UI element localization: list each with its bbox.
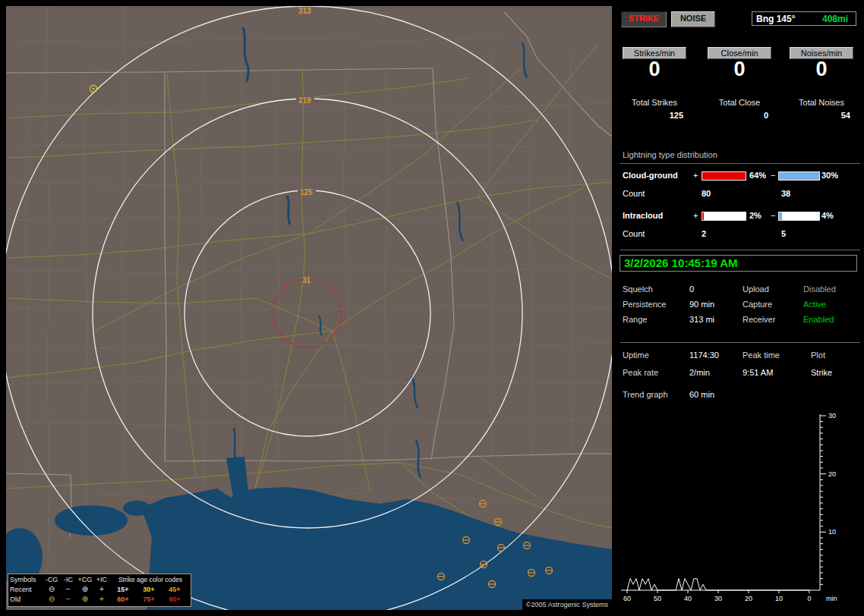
- legend-old-label: Old: [10, 595, 43, 605]
- cg-negative-count: 38: [781, 188, 790, 199]
- trend-graph-value: 60 min: [689, 389, 714, 400]
- noises-counter-column: Noises/min 0 Total Noises 54: [790, 47, 853, 121]
- legend-header-row: Symbols -CG -IC +CG +IC Strike age color…: [10, 575, 191, 585]
- plot-label: Plot: [811, 350, 825, 360]
- bearing-readout: Bng 145° 408mi: [752, 11, 856, 26]
- total-close-label: Total Close: [708, 97, 771, 108]
- svg-text:0: 0: [807, 595, 811, 602]
- peak-rate-label: Peak rate: [623, 367, 658, 378]
- persistence-value: 90 min: [689, 299, 714, 310]
- peak-time-label: Peak time: [743, 350, 780, 360]
- cg-positive-bar: [702, 171, 746, 181]
- squelch-label: Squelch: [623, 284, 653, 294]
- range-label-219: 219: [298, 96, 311, 105]
- minus-sign: −: [771, 170, 775, 181]
- cg-positive-pct: 64%: [749, 170, 766, 181]
- age-75: 75+: [136, 595, 162, 605]
- divider: [620, 163, 860, 164]
- divider: [620, 250, 860, 250]
- age-60: 60+: [110, 595, 136, 605]
- legend-col-neg-ic: -IC: [60, 575, 77, 585]
- legend-old-row: Old ⊖ − ⊕ + 60+ 75+ 90+: [10, 595, 191, 605]
- svg-text:min: min: [826, 595, 837, 602]
- total-close-value: 0: [708, 110, 771, 121]
- receiver-status: Enabled: [803, 314, 834, 325]
- age-15: 15+: [110, 585, 136, 595]
- neg-ic-icon: −: [60, 585, 77, 595]
- svg-text:60: 60: [623, 595, 631, 602]
- ic-negative-bar: [778, 212, 820, 221]
- cg-negative-pct: 30%: [821, 170, 838, 181]
- upload-label: Upload: [743, 284, 769, 294]
- squelch-value: 0: [689, 284, 694, 294]
- svg-text:20: 20: [745, 595, 752, 602]
- svg-text:30: 30: [714, 595, 722, 602]
- map-canvas: 313 219 125 31: [6, 6, 612, 610]
- map-legend: Symbols -CG -IC +CG +IC Strike age color…: [8, 574, 191, 607]
- strikes-per-min-value: 0: [623, 64, 686, 88]
- divider: [620, 342, 860, 343]
- ic-positive-bar: [702, 212, 746, 221]
- bearing-value: Bng 145°: [756, 14, 795, 24]
- close-counter-column: Close/min 0 Total Close 0: [708, 47, 771, 121]
- copyright-notice: ©2005 Astrogenic Systems: [522, 599, 612, 610]
- capture-status: Active: [803, 299, 826, 310]
- pos-ic-icon: +: [93, 585, 110, 595]
- strike-toggle-button[interactable]: STRIKE: [621, 11, 667, 27]
- ic-count-label: Count: [623, 228, 645, 239]
- distribution-title: Lightning type distribution: [623, 149, 717, 160]
- cg-negative-bar: [778, 171, 820, 181]
- ic-negative-fill: [779, 212, 782, 220]
- pos-cg-icon: ⊕: [77, 585, 93, 595]
- capture-label: Capture: [743, 299, 772, 310]
- neg-ic-old-icon: −: [60, 595, 77, 605]
- minus-sign: −: [771, 210, 775, 221]
- total-noises-value: 54: [790, 110, 853, 121]
- strike-trend-chart: 1020306050403020100min: [616, 407, 864, 613]
- noise-toggle-button[interactable]: NOISE: [671, 11, 715, 27]
- total-strikes-value: 125: [623, 110, 686, 121]
- svg-text:10: 10: [828, 528, 836, 536]
- legend-recent-row: Recent ⊖ − ⊕ + 15+ 30+ 45+: [10, 585, 191, 595]
- legend-age-header: Strike age color codes: [110, 575, 191, 585]
- pos-cg-old-icon: ⊕: [77, 595, 93, 605]
- lightning-app-window: 313 219 125 31 Symbols -CG -IC +CG +IC S…: [0, 0, 864, 616]
- ic-positive-count: 2: [702, 228, 706, 239]
- uptime-label: Uptime: [623, 350, 649, 360]
- svg-text:50: 50: [654, 595, 661, 602]
- status-panel: STRIKE NOISE Bng 145° 408mi Strikes/min …: [616, 0, 864, 616]
- range-value: 313 mi: [689, 314, 714, 325]
- cg-negative-fill: [779, 172, 819, 180]
- peak-rate-value: 2/min: [689, 367, 710, 378]
- neg-cg-icon: ⊖: [43, 585, 60, 595]
- noises-per-min-value: 0: [790, 64, 853, 88]
- age-30: 30+: [136, 585, 162, 595]
- cloud-ground-label: Cloud-ground: [623, 170, 678, 181]
- ic-positive-pct: 2%: [749, 210, 762, 221]
- bearing-distance: 408mi: [822, 14, 848, 24]
- age-90: 90+: [162, 595, 188, 605]
- range-label: Range: [623, 314, 647, 325]
- plus-sign: +: [693, 170, 698, 181]
- persistence-label: Persistence: [623, 299, 666, 310]
- range-label-125: 125: [300, 188, 313, 196]
- legend-col-pos-ic: +IC: [93, 575, 110, 585]
- strike-map[interactable]: 313 219 125 31 Symbols -CG -IC +CG +IC S…: [6, 6, 612, 610]
- legend-col-neg-cg: -CG: [43, 575, 60, 585]
- receiver-label: Receiver: [743, 314, 775, 325]
- range-label-31: 31: [302, 276, 311, 284]
- legend-recent-label: Recent: [10, 585, 43, 595]
- peak-time-value: 9:51 AM: [743, 367, 773, 378]
- neg-cg-old-icon: ⊖: [43, 595, 60, 605]
- total-strikes-label: Total Strikes: [623, 97, 686, 108]
- svg-text:10: 10: [775, 595, 783, 602]
- ic-positive-fill: [702, 212, 704, 220]
- uptime-value: 1174:30: [689, 350, 719, 360]
- svg-text:30: 30: [828, 412, 836, 420]
- legend-symbols-header: Symbols: [10, 575, 43, 585]
- ic-negative-count: 5: [781, 228, 786, 239]
- cg-positive-count: 80: [702, 188, 711, 199]
- trend-graph-label: Trend graph: [623, 389, 668, 400]
- cg-positive-fill: [702, 172, 746, 180]
- strikes-counter-column: Strikes/min 0 Total Strikes 125: [623, 47, 686, 121]
